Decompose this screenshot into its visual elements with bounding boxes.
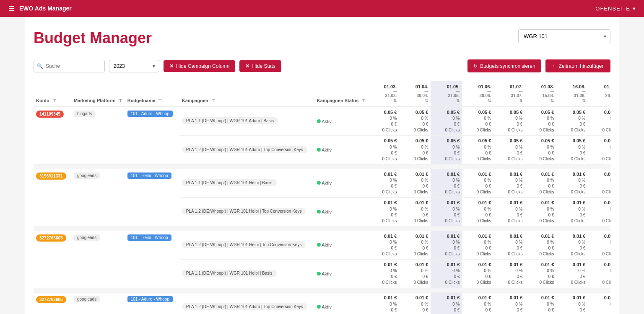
data-cell[interactable]: 0.05 € 0 % 0 € 0 Clicks bbox=[525, 107, 556, 136]
status-text: Aktiv bbox=[321, 304, 332, 309]
sort-icon-7[interactable]: ⇅ bbox=[582, 98, 585, 103]
data-cell[interactable]: 0.05 € 0 % 0 € 0 Clicks bbox=[368, 107, 399, 136]
data-cell[interactable]: 0.01 € 0 % 0 € 0 Clicks bbox=[493, 198, 525, 226]
data-cell[interactable]: 0.01 € 0 % 0 € 0 Clicks bbox=[399, 198, 431, 226]
toolbar-right: ↻ Budgets synchronisieren ＋ Zeitraum hin… bbox=[467, 59, 610, 72]
sort-icon-3[interactable]: ⇅ bbox=[456, 98, 460, 103]
konto-badge[interactable]: 3272763605 bbox=[36, 234, 66, 242]
data-cell[interactable]: 0.01 € 0 % 0 € 0 Clicks bbox=[588, 293, 610, 314]
data-cell[interactable]: 0.05 € 0 % 0 € 0 Clicks bbox=[431, 107, 462, 136]
data-cell[interactable]: 0.01 € 0 % 0 € 0 Clicks bbox=[462, 169, 493, 197]
data-cell[interactable]: 0.05 € 0 % 0 € 0 Clicks bbox=[493, 136, 525, 164]
campaign-pill[interactable]: PLA 1.1 (DE:Whoop!) | WGR 101 Heibi | Ba… bbox=[182, 179, 277, 186]
data-cell[interactable]: 0.01 € 0 % 0 € 0 Clicks bbox=[368, 259, 399, 288]
campaign-pill[interactable]: PLA 1.2 (DE:Whoop!) | WGR 101 Aduro | To… bbox=[182, 303, 307, 310]
budget-badge[interactable]: 101 - Aduro - Whoop bbox=[127, 111, 173, 117]
data-cell[interactable]: 0.01 € 0 % 0 € 0 Clicks bbox=[525, 259, 556, 288]
data-cell[interactable]: 0.01 € 0 % 0 € 0 Clicks bbox=[525, 198, 556, 226]
sort-icon-5[interactable]: ⇅ bbox=[519, 98, 522, 103]
data-cell[interactable]: 0.05 € 0 % 0 € 0 Clicks bbox=[525, 136, 556, 164]
konto-badge[interactable]: 3272763605 bbox=[36, 296, 66, 303]
year-select[interactable]: 2022 2023 2024 bbox=[109, 60, 159, 72]
data-cell[interactable]: 0.05 € 0 % 0 € 0 Clicks bbox=[588, 136, 610, 164]
data-cell[interactable]: 0.05 € 0 % 0 € 0 Clicks bbox=[399, 107, 431, 136]
status-text: Aktiv bbox=[321, 242, 332, 247]
hide-stats-btn[interactable]: ✕ Hide Stats bbox=[239, 60, 281, 72]
konto-badge[interactable]: 3196911331 bbox=[36, 172, 66, 180]
data-cell[interactable]: 0.01 € 0 % 0 € 0 Clicks bbox=[368, 198, 399, 226]
data-cell[interactable]: 0.01 € 0 % 0 € 0 Clicks bbox=[588, 198, 610, 226]
ofenseite-link[interactable]: OFENSEITE bbox=[595, 5, 630, 12]
data-cell[interactable]: 0.01 € 0 % 0 € 0 Clicks bbox=[493, 231, 525, 259]
data-cell[interactable]: 0.01 € 0 % 0 € 0 Clicks bbox=[431, 259, 462, 288]
menu-icon[interactable]: ☰ bbox=[8, 5, 14, 13]
data-cell[interactable]: 0.01 € 0 % 0 € 0 Clicks bbox=[493, 259, 525, 288]
data-cell[interactable]: 0.01 € 0 % 0 € 0 Clicks bbox=[399, 293, 431, 314]
refresh-icon: ↻ bbox=[473, 63, 478, 69]
search-input[interactable] bbox=[34, 60, 105, 72]
data-cell[interactable]: 0.01 € 0 % 0 € 0 Clicks bbox=[368, 169, 399, 197]
campaign-pill[interactable]: PLA 1.2 (DE:Whoop!) | WGR 101 Aduro | To… bbox=[182, 146, 307, 153]
sync-budgets-btn[interactable]: ↻ Budgets synchronisieren bbox=[467, 59, 541, 72]
data-cell[interactable]: 0.01 € 0 % 0 € 0 Clicks bbox=[588, 169, 610, 197]
data-cell[interactable]: 0.01 € 0 % 0 € 0 Clicks bbox=[399, 231, 431, 259]
data-cell[interactable]: 0.01 € 0 % 0 € 0 Clicks bbox=[431, 169, 462, 197]
data-cell[interactable]: 0.01 € 0 % 0 € 0 Clicks bbox=[493, 293, 525, 314]
budget-badge[interactable]: 101 - Aduro - Whoop bbox=[127, 296, 173, 302]
data-cell[interactable]: 0.01 € 0 % 0 € 0 Clicks bbox=[525, 231, 556, 259]
konto-badge[interactable]: 141109345 bbox=[36, 111, 64, 118]
data-cell[interactable]: 0.01 € 0 % 0 € 0 Clicks bbox=[556, 259, 588, 288]
campaign-pill[interactable]: PLA 1.1 (DE:Whoop!) | WGR 101 Aduro | Ba… bbox=[182, 117, 278, 124]
sort-icon-1[interactable]: ⇅ bbox=[393, 98, 397, 103]
data-cell[interactable]: 0.05 € 0 % 0 € 0 Clicks bbox=[368, 136, 399, 164]
data-cell[interactable]: 0.01 € 0 % 0 € 0 Clicks bbox=[368, 293, 399, 314]
data-cell[interactable]: 0.05 € 0 % 0 € 0 Clicks bbox=[399, 136, 431, 164]
data-cell[interactable]: 0.01 € 0 % 0 € 0 Clicks bbox=[556, 231, 588, 259]
sort-icon-4[interactable]: ⇅ bbox=[488, 98, 491, 103]
data-cell[interactable]: 0.01 € 0 % 0 € 0 Clicks bbox=[462, 259, 493, 288]
data-cell[interactable]: 0.01 € 0 % 0 € 0 Clicks bbox=[556, 293, 588, 314]
data-cell[interactable]: 0.01 € 0 % 0 € 0 Clicks bbox=[431, 293, 462, 314]
data-cell[interactable]: 0.05 € 0 % 0 € 0 Clicks bbox=[556, 136, 588, 164]
platform-filter-icon[interactable]: ⊤ bbox=[119, 98, 122, 103]
data-cell[interactable]: 0.01 € 0 % 0 € 0 Clicks bbox=[588, 259, 610, 288]
konto-filter-icon[interactable]: ⊤ bbox=[52, 98, 56, 103]
data-cell[interactable]: 0.05 € 0 % 0 € 0 Clicks bbox=[462, 107, 493, 136]
data-cell[interactable]: 0.01 € 0 % 0 € 0 Clicks bbox=[368, 231, 399, 259]
data-cell[interactable]: 0.01 € 0 % 0 € 0 Clicks bbox=[556, 169, 588, 197]
hide-campaign-btn[interactable]: ✕ Hide Campaign Column bbox=[164, 60, 235, 72]
data-cell[interactable]: 0.05 € 0 % 0 € 0 Clicks bbox=[431, 136, 462, 164]
data-cell[interactable]: 0.01 € 0 % 0 € 0 Clicks bbox=[525, 169, 556, 197]
data-cell[interactable]: 0.01 € 0 % 0 € 0 Clicks bbox=[462, 231, 493, 259]
sort-icon-6[interactable]: ⇅ bbox=[551, 98, 554, 103]
status-filter-icon[interactable]: ⊤ bbox=[361, 98, 365, 103]
data-cell[interactable]: 0.01 € 0 % 0 € 0 Clicks bbox=[493, 169, 525, 197]
budget-badge[interactable]: 101 - Heibi - Whoop bbox=[127, 234, 171, 241]
data-cell[interactable]: 0.01 € 0 % 0 € 0 Clicks bbox=[462, 198, 493, 226]
data-cell[interactable]: 0.01 € 0 % 0 € 0 Clicks bbox=[431, 198, 462, 226]
th-status: Kampagnen Status ⊤ bbox=[314, 81, 368, 107]
data-cell[interactable]: 0.01 € 0 % 0 € 0 Clicks bbox=[399, 259, 431, 288]
wgr-select[interactable]: WGR 101 WGR 102 WGR 103 bbox=[518, 29, 610, 43]
data-cell[interactable]: 0.01 € 0 % 0 € 0 Clicks bbox=[431, 231, 462, 259]
data-cell[interactable]: 0.01 € 0 % 0 € 0 Clicks bbox=[588, 231, 610, 259]
campaign-pill[interactable]: PLA 1.1 (DE:Whoop!) | WGR 101 Heibi | Ba… bbox=[182, 270, 277, 277]
data-cell[interactable]: 0.01 € 0 % 0 € 0 Clicks bbox=[556, 198, 588, 226]
budget-filter-icon[interactable]: ⊤ bbox=[158, 98, 162, 103]
data-cell[interactable]: 0.05 € 0 % 0 € 0 Clicks bbox=[556, 107, 588, 136]
campaign-pill[interactable]: PLA 1.2 (DE:Whoop!) | WGR 101 Heibi | To… bbox=[182, 208, 306, 215]
kampagnen-filter-icon[interactable]: ⊤ bbox=[211, 98, 215, 103]
page-header: Budget Manager WGR 101 WGR 102 WGR 103 bbox=[34, 29, 610, 47]
data-cell[interactable]: 0.01 € 0 % 0 € 0 Clicks bbox=[399, 169, 431, 197]
data-cell[interactable]: 0.05 € 0 % 0 € 0 Clicks bbox=[588, 107, 610, 136]
data-cell[interactable]: 0.01 € 0 % 0 € 0 Clicks bbox=[462, 293, 493, 314]
campaign-pill[interactable]: PLA 1.2 (DE:Whoop!) | WGR 101 Heibi | To… bbox=[182, 241, 306, 248]
add-period-btn[interactable]: ＋ Zeitraum hinzufügen bbox=[545, 59, 610, 72]
topnav-left: ☰ EWO Ads Manager bbox=[8, 5, 72, 13]
budget-badge[interactable]: 101 - Heibi - Whoop bbox=[127, 172, 171, 179]
sort-icon-2[interactable]: ⇅ bbox=[425, 98, 428, 103]
table-row: 141109345bingads101 - Aduro - WhoopPLA 1… bbox=[34, 107, 610, 136]
data-cell[interactable]: 0.05 € 0 % 0 € 0 Clicks bbox=[462, 136, 493, 164]
data-cell[interactable]: 0.01 € 0 % 0 € 0 Clicks bbox=[525, 293, 556, 314]
data-cell[interactable]: 0.05 € 0 % 0 € 0 Clicks bbox=[493, 107, 525, 136]
